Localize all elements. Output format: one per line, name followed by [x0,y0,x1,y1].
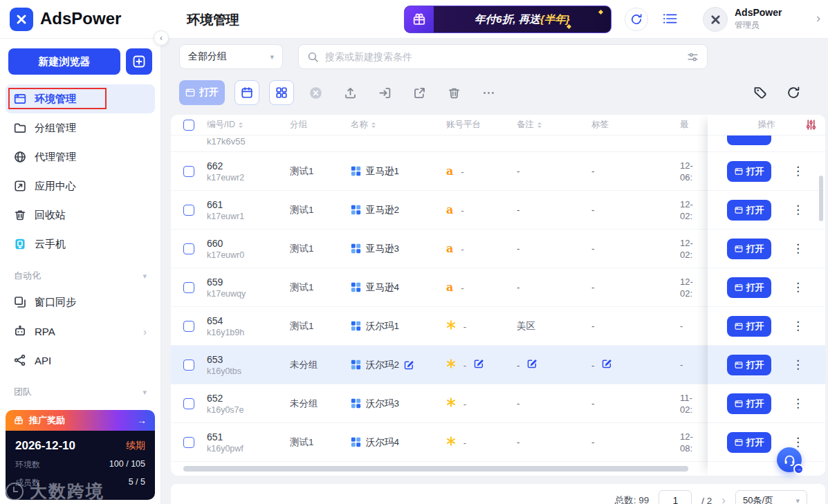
export-icon[interactable] [413,86,426,100]
open-environment-button-partial[interactable] [727,136,771,145]
row-checkbox[interactable] [183,166,194,177]
horizontal-scrollbar[interactable] [183,466,688,472]
row-number: 662 [207,160,290,171]
import-icon[interactable] [378,86,392,100]
add-browser-button[interactable] [126,48,152,75]
search-input[interactable] [325,51,681,62]
group-filter-select[interactable]: 全部分组 ▾ [179,44,283,69]
sidebar: 新建浏览器 环境管理分组管理代理管理应用中心回收站云手机 自动化▾窗口同步RPA… [0,39,161,504]
open-environment-button[interactable]: 打开 [727,239,771,259]
sidebar-item-应用中心[interactable]: 应用中心 [6,171,155,200]
renew-link[interactable]: 续期 [126,440,145,452]
environment-icon [351,205,361,215]
avatar[interactable] [703,7,728,32]
row-checkbox[interactable] [183,282,194,293]
edit-note-icon[interactable] [527,359,537,368]
row-checkbox[interactable] [183,205,194,216]
sidebar-item-窗口同步[interactable]: 窗口同步 [6,288,155,317]
layout-icon-button[interactable] [269,80,294,105]
search-box [298,44,708,69]
new-browser-button[interactable]: 新建浏览器 [8,48,120,75]
open-environment-button[interactable]: 打开 [727,277,771,298]
open-selected-button[interactable]: 打开 [179,80,225,105]
row-more-menu[interactable]: ⋮ [792,319,804,333]
sidebar-collapse-button[interactable]: ‹ [154,30,169,46]
calendar-icon-button[interactable] [234,80,259,105]
user-name[interactable]: AdsPower [735,7,782,18]
sidebar-item-分组管理[interactable]: 分组管理 [6,113,155,142]
support-button[interactable]: → [777,447,802,472]
close-circle-icon[interactable] [309,86,322,100]
sort-icon[interactable] [371,120,376,130]
column-header-编号/ID[interactable]: 编号/ID [207,115,290,135]
promo-banner[interactable]: 年付6折, 再送{半年} [404,6,611,33]
row-group: 测试1 [290,436,351,449]
row-name[interactable]: 亚马逊4 [366,281,399,294]
open-environment-button[interactable]: 打开 [727,393,771,414]
sidebar-item-RPA[interactable]: RPA› [6,317,155,346]
open-environment-button[interactable]: 打开 [727,432,771,453]
row-more-menu[interactable]: ⋮ [792,241,804,256]
sidebar-item-回收站[interactable]: 回收站 [6,200,155,230]
sidebar-item-环境管理[interactable]: 环境管理 [6,84,155,113]
column-header-备注[interactable]: 备注 [517,115,591,135]
row-name[interactable]: 沃尔玛3 [366,398,399,410]
row-tag: - [591,360,595,371]
row-checkbox[interactable] [183,360,194,371]
sidebar-section-自动化[interactable]: 自动化▾ [0,264,160,288]
next-page-button[interactable]: › [721,494,726,504]
open-environment-button[interactable]: 打开 [727,316,771,337]
environment-table: 编号/ID分组名称账号平台备注标签最 k17k6v55 662 k17euwr2… [171,115,825,476]
column-settings-icon[interactable] [805,119,817,131]
more-icon[interactable] [482,86,495,100]
row-more-menu[interactable]: ⋮ [792,280,804,295]
row-checkbox[interactable] [183,398,194,409]
row-more-menu[interactable]: ⋮ [792,435,804,449]
page-input[interactable] [659,490,692,504]
edit-platform-icon[interactable] [474,359,484,368]
sidebar-item-云手机[interactable]: 云手机 [6,230,155,259]
sort-icon[interactable] [239,120,243,130]
row-name[interactable]: 亚马逊3 [366,243,399,255]
select-all-checkbox[interactable] [183,120,194,131]
plus-window-icon [132,55,146,68]
row-checkbox[interactable] [183,243,194,254]
page-title: 环境管理 [187,11,239,29]
chevron-right-icon[interactable]: › [816,11,820,26]
open-environment-button[interactable]: 打开 [727,355,771,375]
referral-banner[interactable]: 推广奖励 → [6,410,155,431]
open-environment-button[interactable]: 打开 [727,161,771,182]
vertical-scrollbar[interactable] [819,176,823,221]
upload-icon[interactable] [344,86,357,100]
row-more-menu[interactable]: ⋮ [792,203,804,217]
row-checkbox[interactable] [183,321,194,332]
delete-icon[interactable] [448,86,461,100]
tag-icon[interactable] [753,86,767,100]
row-group: 测试1 [290,320,351,333]
sidebar-section-团队[interactable]: 团队▾ [0,380,160,404]
row-checkbox[interactable] [183,437,194,448]
row-more-menu[interactable]: ⋮ [792,164,804,178]
row-name[interactable]: 沃尔玛4 [366,436,399,449]
row-more-menu[interactable]: ⋮ [792,357,804,372]
sidebar-item-label: 应用中心 [35,180,76,193]
sidebar-item-代理管理[interactable]: 代理管理 [6,142,155,171]
list-icon[interactable] [663,12,677,25]
filter-sliders-icon[interactable] [687,51,699,63]
sort-icon[interactable] [537,120,542,130]
refresh-icon[interactable] [786,86,800,100]
action-column-header: 操作 [758,119,775,131]
row-name[interactable]: 亚马逊2 [366,204,399,216]
edit-name-icon[interactable] [404,360,414,370]
open-environment-button[interactable]: 打开 [727,200,771,221]
row-more-menu[interactable]: ⋮ [792,396,804,411]
window-icon [735,438,743,447]
sidebar-item-API[interactable]: API [6,346,155,375]
page-size-select[interactable]: 50条/页 ▾ [735,490,807,504]
edit-tag-icon[interactable] [602,359,611,368]
row-name[interactable]: 亚马逊1 [366,165,399,178]
row-name[interactable]: 沃尔玛2 [366,359,399,371]
column-header-名称[interactable]: 名称 [351,115,446,135]
sync-button[interactable] [625,8,648,31]
row-name[interactable]: 沃尔玛1 [366,320,399,333]
